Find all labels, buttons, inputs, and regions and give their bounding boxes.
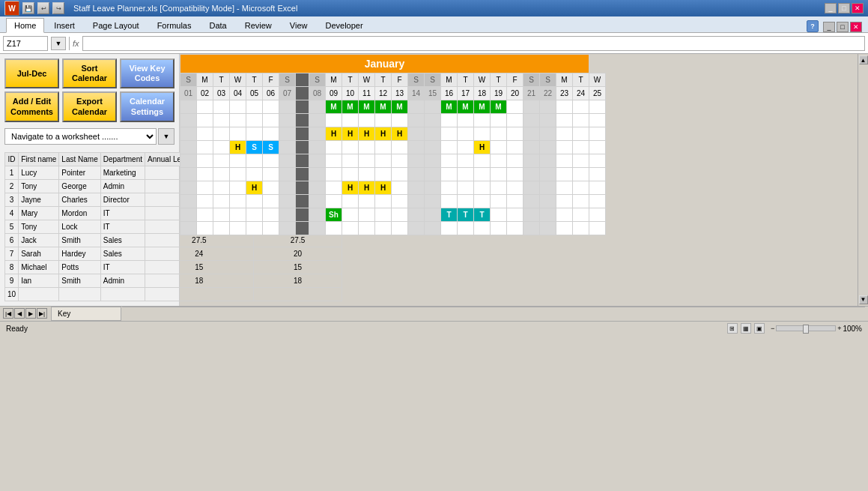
calendar-cell[interactable]: M [342,100,359,114]
calendar-cell[interactable] [540,154,556,168]
calendar-cell[interactable] [197,154,213,168]
calendar-cell[interactable] [359,154,375,168]
calendar-cell[interactable] [392,195,408,208]
calendar-cell[interactable] [342,114,359,127]
calendar-cell[interactable]: H [230,141,246,154]
calendar-cell[interactable] [589,208,606,222]
calendar-cell[interactable] [507,114,523,127]
calendar-cell[interactable] [408,154,425,168]
calendar-cell[interactable] [556,222,573,235]
cell-lastname[interactable]: Lock [59,220,100,233]
calendar-cell[interactable] [213,114,230,127]
calendar-cell[interactable] [180,208,197,222]
restore-btn[interactable]: □ [838,3,850,13]
calendar-cell[interactable] [326,114,342,127]
calendar-cell[interactable] [507,127,523,141]
calendar-cell[interactable] [589,100,606,114]
calendar-cell[interactable] [392,168,408,181]
calendar-cell[interactable] [197,222,213,235]
calendar-cell[interactable] [458,114,474,127]
navigate-worksheet-select[interactable]: Navigate to a worksheet ....... [4,128,157,145]
calendar-cell[interactable] [375,222,392,235]
calendar-cell[interactable] [279,195,296,208]
cell-department[interactable]: Sales [100,247,145,260]
calendar-cell[interactable] [375,195,392,208]
calendar-cell[interactable] [326,154,342,168]
calendar-cell[interactable] [523,100,540,114]
calendar-cell[interactable] [392,154,408,168]
calendar-cell[interactable] [491,222,507,235]
calendar-cell[interactable] [523,114,540,127]
calendar-cell[interactable] [408,181,425,195]
tab-page-layout[interactable]: Page Layout [85,17,148,32]
view-key-codes-button[interactable]: View Key Codes [120,58,174,88]
calendar-cell[interactable] [392,222,408,235]
calendar-cell[interactable]: T [474,208,491,222]
calendar-cell[interactable] [556,127,573,141]
calendar-cell[interactable] [573,195,589,208]
calendar-cell[interactable]: H [326,127,342,141]
calendar-cell[interactable] [458,181,474,195]
calendar-cell[interactable] [425,195,441,208]
calendar-cell[interactable] [491,208,507,222]
tab-home[interactable]: Home [6,18,44,33]
office-logo[interactable]: W [4,1,19,16]
calendar-cell[interactable] [507,100,523,114]
calendar-cell[interactable] [458,127,474,141]
tab-first-btn[interactable]: |◀ [3,308,13,319]
calendar-cell[interactable] [375,154,392,168]
calendar-cell[interactable] [326,168,342,181]
cell-department[interactable]: Director [100,193,145,206]
tab-next-btn[interactable]: ▶ [25,308,36,319]
calendar-cell[interactable] [309,181,326,195]
calendar-cell[interactable] [263,208,279,222]
calendar-cell[interactable] [279,127,296,141]
calendar-cell[interactable] [540,208,556,222]
tab-formulas[interactable]: Formulas [149,17,200,32]
scroll-down-btn[interactable]: ▼ [859,295,868,304]
calendar-cell[interactable] [197,127,213,141]
calendar-cell[interactable]: H [375,127,392,141]
sheet-tab-key[interactable]: Key [51,307,121,320]
date-number-cell[interactable]: 02 [197,87,213,100]
calendar-cell[interactable] [540,168,556,181]
calendar-cell[interactable] [359,114,375,127]
calendar-cell[interactable] [375,208,392,222]
date-number-cell[interactable]: 22 [540,87,556,100]
calendar-settings-button[interactable]: Calendar Settings [120,91,174,121]
calendar-cell[interactable] [441,222,458,235]
calendar-cell[interactable] [342,141,359,154]
calendar-cell[interactable] [507,195,523,208]
calendar-cell[interactable] [589,141,606,154]
cell-lastname[interactable]: Potts [59,260,100,274]
vertical-scrollbar[interactable]: ▲ ▼ [858,54,868,306]
cell-firstname[interactable]: Jayne [19,193,59,206]
calendar-cell[interactable] [408,100,425,114]
calendar-cell[interactable]: H [375,181,392,195]
calendar-cell[interactable] [589,127,606,141]
export-calendar-button[interactable]: Export Calendar [62,91,117,121]
calendar-cell[interactable] [213,222,230,235]
calendar-cell[interactable] [556,141,573,154]
calendar-cell[interactable] [556,181,573,195]
calendar-cell[interactable] [474,195,491,208]
zoom-thumb[interactable] [803,325,809,334]
calendar-cell[interactable] [180,127,197,141]
calendar-cell[interactable] [589,181,606,195]
cell-department[interactable]: Sales [100,233,145,247]
date-number-cell[interactable]: 14 [408,87,425,100]
cell-firstname[interactable]: Ian [19,274,59,287]
date-number-cell[interactable]: 08 [309,87,326,100]
calendar-cell[interactable] [441,181,458,195]
calendar-cell[interactable] [408,222,425,235]
calendar-cell[interactable] [507,154,523,168]
calendar-cell[interactable] [230,168,246,181]
calendar-cell[interactable] [263,114,279,127]
calendar-cell[interactable] [230,100,246,114]
calendar-cell[interactable] [342,208,359,222]
calendar-cell[interactable] [441,168,458,181]
calendar-cell[interactable] [589,114,606,127]
tab-last-btn[interactable]: ▶| [37,308,47,319]
cell-firstname[interactable] [19,287,59,301]
calendar-cell[interactable] [326,222,342,235]
